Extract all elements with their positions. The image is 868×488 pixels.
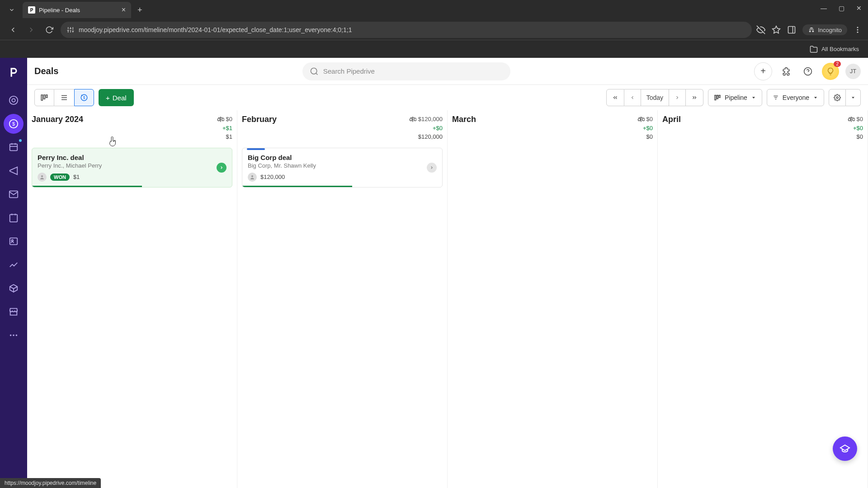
help-icon[interactable]: [800, 64, 816, 79]
sidebar-item-leads[interactable]: [4, 90, 24, 110]
sidebar-item-products[interactable]: [4, 278, 24, 298]
nav-forward-button[interactable]: [24, 23, 38, 37]
tab-close-icon[interactable]: ×: [122, 6, 126, 14]
window-controls: — ▢ ✕: [821, 5, 862, 12]
nav-today-button[interactable]: Today: [641, 89, 669, 106]
tab-search-dropdown[interactable]: [5, 3, 19, 17]
add-deal-button[interactable]: + Deal: [99, 89, 134, 106]
nav-next-button[interactable]: [669, 89, 686, 106]
sidebar-item-campaigns[interactable]: [4, 161, 24, 181]
user-avatar[interactable]: JT: [845, 64, 861, 79]
new-tab-button[interactable]: +: [137, 5, 142, 15]
month-total: $0: [848, 132, 863, 141]
window-close-icon[interactable]: ✕: [856, 5, 862, 12]
svg-point-13: [857, 27, 859, 28]
sidebar-item-more[interactable]: [4, 325, 24, 345]
address-bar: moodjoy.pipedrive.com/timeline/month/202…: [0, 20, 868, 40]
sidebar-item-mail[interactable]: [4, 184, 24, 204]
svg-rect-11: [788, 27, 795, 33]
settings-button[interactable]: [829, 89, 846, 106]
pipedrive-logo[interactable]: [5, 64, 22, 80]
nav-first-button[interactable]: [606, 89, 624, 106]
svg-point-53: [41, 175, 43, 177]
svg-marker-46: [752, 97, 755, 99]
all-bookmarks-link[interactable]: All Bookmarks: [821, 46, 859, 52]
sidebar-item-contacts[interactable]: [4, 231, 24, 251]
quick-add-button[interactable]: +: [754, 62, 772, 80]
month-name: March: [452, 115, 476, 124]
browser-tab[interactable]: P Pipeline - Deals ×: [23, 2, 131, 18]
owner-filter-dropdown[interactable]: Everyone: [767, 89, 824, 106]
month-delta: +$0: [637, 124, 653, 133]
bookmark-star-icon[interactable]: [772, 25, 781, 34]
svg-rect-37: [46, 95, 47, 98]
url-field[interactable]: moodjoy.pipedrive.com/timeline/month/202…: [61, 22, 752, 38]
month-weighted: $0: [226, 115, 232, 124]
deal-arrow-icon[interactable]: [427, 163, 437, 173]
month-column: March $0 +$0 $0: [448, 110, 658, 488]
sidebar-item-marketplace[interactable]: [4, 302, 24, 322]
month-name: April: [662, 115, 681, 124]
deal-title: Big Corp deal: [248, 154, 437, 161]
eye-off-icon[interactable]: [756, 25, 765, 34]
site-settings-icon[interactable]: [67, 26, 74, 33]
svg-rect-44: [717, 95, 718, 99]
owner-filter-label: Everyone: [783, 94, 809, 101]
view-pipeline-button[interactable]: [34, 89, 54, 106]
svg-rect-22: [10, 215, 18, 222]
incognito-badge[interactable]: Incognito: [802, 24, 847, 35]
help-fab[interactable]: [833, 436, 857, 461]
tab-title: Pipeline - Deals: [39, 7, 118, 14]
deal-arrow-icon[interactable]: [217, 163, 226, 173]
svg-point-17: [12, 99, 15, 102]
month-weighted: $0: [646, 115, 653, 124]
month-stats: $120,000 +$0 $120,000: [409, 115, 443, 141]
browser-chrome: P Pipeline - Deals × + — ▢ ✕ moodjoy.pip…: [0, 0, 868, 58]
svg-rect-35: [41, 95, 42, 100]
deal-progress-bar: [242, 186, 352, 187]
window-minimize-icon[interactable]: —: [821, 5, 827, 12]
pipeline-dropdown[interactable]: Pipeline: [708, 89, 762, 106]
deal-card[interactable]: Perry Inc. dealPerry Inc., Michael Perry…: [32, 148, 232, 188]
month-delta: +$1: [217, 124, 232, 133]
extensions-icon[interactable]: [778, 64, 794, 79]
view-list-button[interactable]: [54, 89, 74, 106]
browser-menu-icon[interactable]: [854, 26, 862, 34]
svg-point-28: [10, 334, 12, 336]
deal-card[interactable]: Big Corp dealBig Corp, Mr. Shawn Kelly $…: [242, 148, 443, 188]
deal-value: $120,000: [260, 174, 285, 180]
topbar: Deals Search Pipedrive + 2 JT: [27, 58, 868, 85]
month-stats: $0 +$1 $1: [217, 115, 232, 141]
sidebar-item-deals[interactable]: $: [4, 114, 24, 134]
deal-progress-bar: [32, 186, 142, 187]
svg-rect-36: [44, 95, 45, 99]
svg-rect-20: [10, 144, 18, 151]
notification-badge: 2: [834, 61, 841, 67]
nav-prev-button[interactable]: [624, 89, 641, 106]
sales-assistant-icon[interactable]: 2: [822, 63, 839, 80]
search-placeholder: Search Pipedrive: [323, 67, 375, 75]
month-weighted: $120,000: [418, 115, 443, 124]
sidebar-item-activities[interactable]: [4, 208, 24, 228]
nav-back-button[interactable]: [6, 23, 20, 37]
incognito-label: Incognito: [818, 27, 842, 33]
sidebar-item-projects[interactable]: [4, 137, 24, 157]
nav-last-button[interactable]: [686, 89, 703, 106]
date-nav-group: Today: [606, 89, 703, 106]
bookmarks-folder-icon[interactable]: [810, 45, 818, 53]
svg-marker-10: [773, 26, 780, 33]
settings-dropdown-button[interactable]: [846, 89, 861, 106]
month-total: $120,000: [409, 132, 443, 141]
view-forecast-button[interactable]: $: [74, 89, 94, 106]
sidebar-item-insights[interactable]: [4, 255, 24, 275]
month-name: February: [242, 115, 277, 124]
search-input[interactable]: Search Pipedrive: [302, 62, 510, 80]
svg-marker-50: [814, 97, 817, 99]
nav-reload-button[interactable]: [42, 23, 56, 37]
settings-group: [829, 89, 861, 106]
svg-point-54: [251, 175, 253, 177]
month-column: January 2024 $0 +$1 $1 Perry Inc. dealPe…: [27, 110, 237, 488]
side-panel-icon[interactable]: [787, 25, 796, 34]
chevron-down-icon: [751, 95, 756, 100]
window-maximize-icon[interactable]: ▢: [839, 5, 844, 12]
